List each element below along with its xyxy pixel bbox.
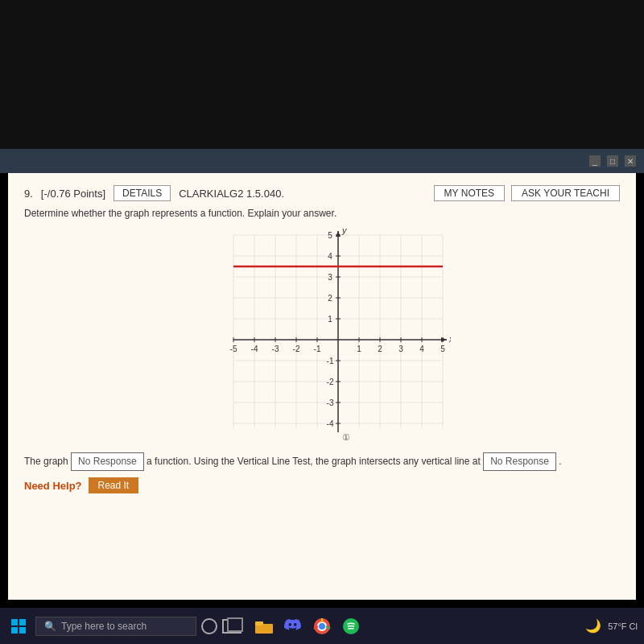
need-help-label: Need Help?: [24, 480, 82, 492]
question-text: Determine whether the graph represents a…: [24, 208, 620, 219]
svg-rect-70: [19, 627, 26, 634]
answer-middle: a function. Using the Vertical Line Test…: [147, 456, 481, 467]
weather-icon: 🌙: [585, 618, 601, 634]
svg-text:4: 4: [328, 252, 332, 261]
coordinate-graph: -5 -4 -3 -2 -1 1 2 3 4 5 x 5 4 3 2 1 -1 …: [193, 227, 451, 444]
read-it-button[interactable]: Read It: [89, 477, 139, 493]
svg-rect-67: [11, 619, 18, 625]
points-display: [-/0.76 Points]: [41, 188, 105, 200]
svg-text:①: ①: [342, 432, 350, 442]
svg-text:5: 5: [328, 231, 332, 240]
svg-text:5: 5: [440, 345, 445, 353]
taskbar-right: 🌙 57°F Cl: [585, 618, 638, 634]
svg-text:2: 2: [328, 294, 332, 303]
svg-marker-24: [336, 231, 341, 237]
svg-text:y: y: [341, 227, 348, 235]
taskbar: 🔍 Type here to search: [0, 608, 644, 644]
taskbar-icons: [253, 615, 362, 638]
response-box-2[interactable]: No Response: [483, 452, 556, 471]
svg-rect-69: [11, 627, 18, 634]
response-box-1[interactable]: No Response: [71, 452, 144, 471]
problem-code: CLARKIALG2 1.5.040.: [179, 188, 425, 200]
right-buttons: MY NOTES ASK YOUR TEACHI: [434, 185, 620, 201]
discord-icon[interactable]: [282, 615, 304, 638]
svg-text:-3: -3: [272, 345, 279, 353]
svg-text:1: 1: [357, 345, 361, 353]
svg-text:-4: -4: [251, 345, 258, 353]
svg-text:-1: -1: [327, 357, 334, 365]
graph-wrapper: -5 -4 -3 -2 -1 1 2 3 4 5 x 5 4 3 2 1 -1 …: [193, 227, 451, 444]
question-header: 9. [-/0.76 Points] DETAILS CLARKIALG2 1.…: [24, 185, 620, 201]
svg-text:4: 4: [419, 345, 424, 353]
answer-section: The graph No Response a function. Using …: [24, 452, 620, 471]
search-placeholder: Type here to search: [61, 621, 147, 632]
svg-text:x: x: [448, 334, 451, 344]
graph-container: -5 -4 -3 -2 -1 1 2 3 4 5 x 5 4 3 2 1 -1 …: [24, 227, 620, 444]
svg-text:-2: -2: [293, 345, 300, 353]
file-explorer-icon[interactable]: [253, 615, 275, 638]
svg-text:3: 3: [398, 345, 403, 353]
svg-text:2: 2: [378, 345, 382, 353]
task-view-icon[interactable]: [222, 619, 242, 634]
details-button[interactable]: DETAILS: [114, 185, 171, 201]
svg-text:-3: -3: [327, 398, 334, 407]
svg-rect-68: [19, 619, 26, 625]
spotify-icon[interactable]: [340, 615, 362, 638]
content-area: 9. [-/0.76 Points] DETAILS CLARKIALG2 1.…: [8, 173, 636, 600]
svg-point-75: [319, 623, 325, 630]
need-help-section: Need Help? Read It: [24, 477, 620, 493]
windows-start-button[interactable]: [6, 614, 31, 638]
svg-text:3: 3: [328, 273, 332, 282]
weather-temp: 57°F Cl: [608, 621, 638, 631]
svg-rect-72: [255, 621, 263, 625]
svg-text:-5: -5: [230, 345, 237, 353]
search-icon: 🔍: [44, 621, 56, 632]
svg-text:-4: -4: [327, 419, 334, 428]
answer-prefix: The graph: [24, 456, 68, 467]
chrome-icon[interactable]: [311, 615, 333, 638]
ask-teacher-button[interactable]: ASK YOUR TEACHI: [511, 185, 620, 201]
svg-text:-1: -1: [314, 345, 321, 353]
svg-text:1: 1: [328, 315, 332, 324]
question-number: 9.: [24, 188, 33, 200]
svg-marker-23: [441, 337, 447, 342]
maximize-button[interactable]: □: [607, 155, 618, 167]
minimize-button[interactable]: _: [589, 155, 601, 167]
close-button[interactable]: ✕: [625, 155, 636, 167]
task-view-button[interactable]: [201, 618, 217, 634]
answer-suffix: .: [559, 456, 561, 467]
svg-text:-2: -2: [327, 378, 334, 386]
my-notes-button[interactable]: MY NOTES: [434, 185, 505, 201]
taskbar-search[interactable]: 🔍 Type here to search: [35, 617, 196, 636]
